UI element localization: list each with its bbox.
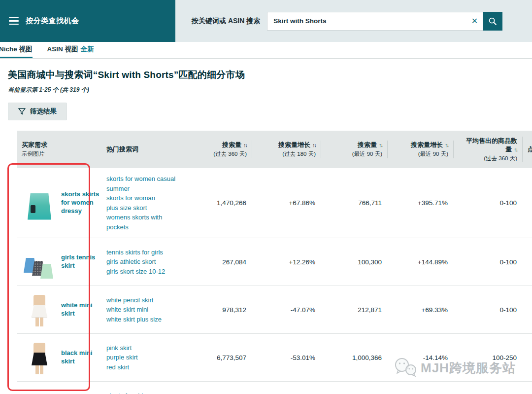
- search-term[interactable]: girls athletic skort: [106, 257, 178, 267]
- niche-image-skirt-trio: [23, 245, 56, 279]
- top-search-terms-cell: white pencil skirtwhite skirt miniwhite …: [101, 289, 184, 330]
- page-title: 美国商城中与搜索词“Skirt with Shorts”匹配的细分市场: [8, 69, 532, 81]
- filter-results-button[interactable]: 筛选结果: [8, 103, 67, 120]
- top-search-terms-cell: pink skirtpurple skirtred skirt: [101, 337, 184, 378]
- search-term[interactable]: white skirt plus size: [106, 315, 178, 324]
- niche-cell: skorts skirts for women dressy: [17, 179, 101, 227]
- column-subtitle: 示例图片: [22, 150, 97, 158]
- top-bar-brand: 按分类查找机会: [0, 0, 175, 42]
- metric-sv90: 212,871: [321, 306, 388, 314]
- column-header-1: 热门搜索词: [101, 145, 184, 154]
- niche-name-link[interactable]: white mini skirt: [61, 301, 100, 318]
- search-term[interactable]: purple skirt: [106, 353, 178, 362]
- funnel-icon: [18, 108, 26, 115]
- search-term[interactable]: skorts for woman: [106, 193, 178, 203]
- metric-units: 0-100: [454, 258, 523, 266]
- niche-image-skirt-trio: [23, 389, 56, 394]
- result-count: 当前显示第 1-25 个 (共 319 个): [8, 86, 532, 94]
- column-title: 热门搜索词: [106, 145, 138, 153]
- top-search-terms-cell: skorts for girlsgirls skortsskirts for g…: [101, 385, 184, 394]
- clear-search-icon[interactable]: ✕: [471, 17, 478, 25]
- sort-icon[interactable]: ↑↓: [379, 142, 382, 148]
- table-body: skorts skirts for women dressyskorts for…: [17, 168, 532, 394]
- metric-sv360: 978,312: [184, 306, 252, 314]
- search-group: ✕: [267, 12, 502, 31]
- tab-asin-new-badge: 全新: [81, 45, 94, 53]
- metric-g180: +67.86%: [252, 199, 321, 207]
- table-row: girls tennis skirttennis skirts for girl…: [17, 238, 532, 286]
- column-header-7: 点: [523, 145, 532, 154]
- niche-cell: girls skirts: [17, 382, 101, 394]
- top-bar-search-area: 按关键词或 ASIN 搜索 ✕: [175, 0, 532, 42]
- metric-g90: -14.14%: [388, 354, 454, 361]
- top-bar: 按分类查找机会 按关键词或 ASIN 搜索 ✕: [0, 0, 532, 42]
- search-term[interactable]: white skirt mini: [106, 305, 178, 315]
- column-header-5: 搜索量增长↑↓(最近 90 天): [388, 141, 454, 158]
- metric-g90: +144.89%: [388, 258, 454, 266]
- niche-cell: girls tennis skirt: [17, 238, 101, 286]
- sort-icon[interactable]: ↑↓: [445, 142, 448, 148]
- column-title: 搜索量增长: [411, 141, 443, 148]
- search-term[interactable]: red skirt: [106, 362, 178, 372]
- table-row: white mini skirtwhite pencil skirtwhite …: [17, 286, 532, 334]
- niche-cell: black mini skirt: [17, 334, 101, 381]
- search-term[interactable]: womens skorts with pockets: [106, 213, 178, 232]
- column-subtitle: (过去 360 天): [189, 150, 247, 158]
- column-title: 搜索量: [222, 141, 241, 148]
- top-search-terms-cell: tennis skirts for girlsgirls athletic sk…: [101, 242, 184, 283]
- sort-icon[interactable]: ↑↓: [514, 146, 517, 152]
- column-title: 搜索量增长: [278, 141, 310, 148]
- niche-name-link[interactable]: skorts skirts for women dressy: [61, 190, 100, 215]
- metric-sv360: 1,470,266: [184, 199, 252, 207]
- table-row: skorts skirts for women dressyskorts for…: [17, 168, 532, 238]
- view-tabs: Niche 视图 ASIN 视图全新: [0, 42, 532, 59]
- tab-niche-label: Niche 视图: [0, 45, 33, 53]
- metric-g180: -53.01%: [252, 354, 321, 361]
- search-term[interactable]: skorts for women casual summer: [106, 174, 178, 193]
- search-term[interactable]: pink skirt: [106, 343, 178, 353]
- niche-name-link[interactable]: black mini skirt: [61, 349, 100, 366]
- menu-icon[interactable]: [9, 17, 19, 25]
- tab-asin-label: ASIN 视图: [47, 45, 78, 53]
- search-term[interactable]: white pencil skirt: [106, 295, 178, 305]
- niche-image-teal-skort: [23, 186, 56, 220]
- niche-image-white-skirt-photo: [23, 293, 56, 326]
- metric-sv90: 1,000,366: [321, 354, 388, 361]
- search-term[interactable]: tennis skirts for girls: [106, 248, 178, 257]
- column-subtitle: (最近 90 天): [393, 150, 448, 158]
- main-content: 美国商城中与搜索词“Skirt with Shorts”匹配的细分市场 当前显示…: [0, 59, 532, 394]
- tab-niche-view[interactable]: Niche 视图: [0, 45, 37, 58]
- table-row: black mini skirtpink skirtpurple skirtre…: [17, 334, 532, 382]
- search-term[interactable]: skorts for girls: [106, 391, 178, 394]
- search-term[interactable]: plus size skort: [106, 203, 178, 213]
- metric-units: 100-250: [454, 354, 523, 361]
- search-input[interactable]: [267, 12, 483, 30]
- sort-icon[interactable]: ↑↓: [243, 142, 247, 148]
- column-subtitle: (过去 180 天): [257, 150, 316, 158]
- search-term[interactable]: girls skort size 10-12: [106, 267, 178, 277]
- column-title: 买家需求: [22, 141, 47, 148]
- niche-name-link[interactable]: girls tennis skirt: [61, 253, 100, 270]
- search-label: 按关键词或 ASIN 搜索: [192, 17, 260, 26]
- column-header-6: 平均售出的商品数 量↑↓(过去 360 天): [454, 137, 523, 163]
- search-button[interactable]: [483, 12, 502, 31]
- table-header-row: 买家需求示例图片热门搜索词搜索量↑↓(过去 360 天)搜索量增长↑↓(过去 1…: [17, 131, 532, 168]
- metric-sv360: 267,084: [184, 258, 252, 266]
- filter-results-label: 筛选结果: [30, 107, 57, 116]
- column-header-4: 搜索量↑↓(最近 90 天): [321, 141, 388, 158]
- sort-icon[interactable]: ↑↓: [312, 142, 316, 148]
- tab-asin-view[interactable]: ASIN 视图全新: [46, 45, 99, 58]
- search-icon: [488, 17, 497, 26]
- metric-g90: +69.33%: [388, 306, 454, 314]
- column-header-2: 搜索量↑↓(过去 360 天): [184, 141, 252, 158]
- column-title: 平均售出的商品数 量: [466, 137, 517, 153]
- column-subtitle: (过去 360 天): [459, 155, 517, 163]
- niche-cell: white mini skirt: [17, 286, 101, 333]
- metric-sv90: 100,300: [321, 258, 388, 266]
- search-input-wrap: ✕: [267, 12, 483, 31]
- niche-image-black-skirt-photo: [23, 341, 56, 374]
- metric-sv360: 6,773,507: [184, 354, 252, 361]
- table-row: girls skirtsskorts for girlsgirls skorts…: [17, 382, 532, 394]
- metric-sv90: 766,711: [321, 199, 388, 207]
- column-title: 点: [528, 145, 532, 153]
